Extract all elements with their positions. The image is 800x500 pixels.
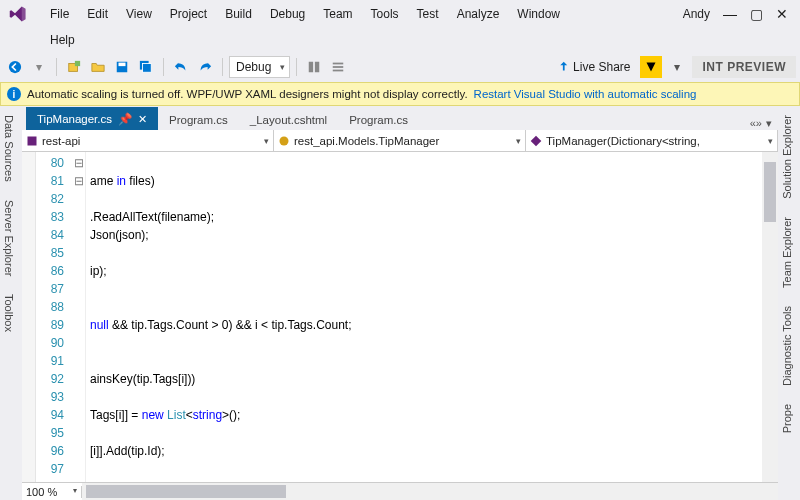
save-button[interactable]	[111, 56, 133, 78]
nav-type-combo[interactable]: rest_api.Models.TipManager	[274, 130, 526, 151]
close-icon[interactable]: ✕	[138, 113, 147, 126]
svg-rect-4	[119, 63, 126, 67]
tab-diagnostic-tools[interactable]: Diagnostic Tools	[778, 297, 800, 395]
outline-margin[interactable]: ⊟⊟	[72, 152, 86, 482]
tab-menu-button[interactable]: ▾	[766, 117, 772, 130]
new-project-button[interactable]	[63, 56, 85, 78]
svg-rect-7	[309, 62, 313, 73]
nav-scope-combo[interactable]: rest-api	[22, 130, 274, 151]
tab-data-sources[interactable]: Data Sources	[0, 106, 22, 191]
doc-tab-label: TipManager.cs	[37, 113, 112, 125]
hscroll-thumb[interactable]	[86, 485, 286, 498]
line-numbers: 8081828384858687888990919293949596979899	[36, 152, 72, 482]
nav-fwd-button[interactable]: ▾	[28, 56, 50, 78]
menu-help[interactable]: Help	[42, 29, 83, 51]
menu-edit[interactable]: Edit	[79, 3, 116, 25]
breakpoint-margin[interactable]	[22, 152, 36, 482]
svg-rect-10	[333, 66, 344, 68]
svg-rect-14	[531, 135, 542, 146]
close-button[interactable]: ✕	[772, 4, 792, 24]
horizontal-scrollbar[interactable]	[82, 483, 778, 500]
vertical-scrollbar[interactable]	[762, 152, 778, 482]
method-icon	[530, 135, 542, 147]
tab-solution-explorer[interactable]: Solution Explorer	[778, 106, 800, 208]
live-share-label: Live Share	[573, 60, 630, 74]
doc-tab-layout[interactable]: _Layout.cshtml	[239, 109, 338, 130]
code-text[interactable]: ame in files) .ReadAllText(filename);Jso…	[86, 152, 762, 482]
tab-overflow-button[interactable]: «»	[750, 117, 762, 130]
minimize-button[interactable]: —	[720, 4, 740, 24]
document-tabs: TipManager.cs 📌 ✕ Program.cs _Layout.csh…	[22, 106, 778, 130]
class-icon	[278, 135, 290, 147]
menu-team[interactable]: Team	[315, 3, 360, 25]
doc-tab-tipmanager[interactable]: TipManager.cs 📌 ✕	[26, 107, 158, 130]
doc-tab-label: Program.cs	[349, 114, 408, 126]
toolbar: ▾ Debug Live Share ▾ INT PREVIEW	[0, 52, 800, 82]
extra-btn-2[interactable]	[327, 56, 349, 78]
nav-bar: rest-api rest_api.Models.TipManager TipM…	[22, 130, 778, 152]
maximize-button[interactable]: ▢	[746, 4, 766, 24]
config-label: Debug	[236, 60, 271, 74]
svg-point-13	[280, 136, 289, 145]
main-area: Data Sources Server Explorer Toolbox Tip…	[0, 106, 800, 500]
preview-options-button[interactable]: ▾	[666, 56, 688, 78]
info-bar: i Automatic scaling is turned off. WPF/U…	[0, 82, 800, 106]
menu-window[interactable]: Window	[509, 3, 568, 25]
svg-rect-12	[28, 136, 37, 145]
tab-team-explorer[interactable]: Team Explorer	[778, 208, 800, 297]
info-link[interactable]: Restart Visual Studio with automatic sca…	[474, 88, 697, 100]
nav-back-button[interactable]	[4, 56, 26, 78]
save-all-button[interactable]	[135, 56, 157, 78]
menu-debug[interactable]: Debug	[262, 3, 313, 25]
share-icon	[555, 60, 569, 74]
doc-tab-label: Program.cs	[169, 114, 228, 126]
menu-project[interactable]: Project	[162, 3, 215, 25]
menu-view[interactable]: View	[118, 3, 160, 25]
nav-member-combo[interactable]: TipManager(Dictionary<string,	[526, 130, 778, 151]
vscroll-thumb[interactable]	[764, 162, 776, 222]
svg-rect-6	[143, 64, 152, 73]
vs-logo	[4, 0, 32, 28]
extra-btn-1[interactable]	[303, 56, 325, 78]
nav-member-label: TipManager(Dictionary<string,	[546, 135, 700, 147]
undo-button[interactable]	[170, 56, 192, 78]
tab-toolbox[interactable]: Toolbox	[0, 285, 22, 341]
code-editor[interactable]: 8081828384858687888990919293949596979899…	[22, 152, 778, 482]
info-text: Automatic scaling is turned off. WPF/UWP…	[27, 88, 468, 100]
menu-analyze[interactable]: Analyze	[449, 3, 508, 25]
hscroll-row: 100 %	[22, 482, 778, 500]
doc-tab-label: _Layout.cshtml	[250, 114, 327, 126]
tab-server-explorer[interactable]: Server Explorer	[0, 191, 22, 285]
live-share-button[interactable]: Live Share	[549, 58, 636, 76]
doc-tab-program1[interactable]: Program.cs	[158, 109, 239, 130]
project-icon	[26, 135, 38, 147]
svg-rect-11	[333, 70, 344, 72]
svg-point-0	[9, 61, 21, 73]
doc-tab-program2[interactable]: Program.cs	[338, 109, 419, 130]
left-tool-strip: Data Sources Server Explorer Toolbox	[0, 106, 22, 500]
user-name[interactable]: Andy	[679, 7, 714, 21]
config-combo[interactable]: Debug	[229, 56, 290, 78]
zoom-combo[interactable]: 100 %	[22, 486, 82, 498]
open-button[interactable]	[87, 56, 109, 78]
tab-properties[interactable]: Prope	[778, 395, 800, 442]
right-tool-strip: Solution Explorer Team Explorer Diagnost…	[778, 106, 800, 500]
menu-test[interactable]: Test	[409, 3, 447, 25]
menu-file[interactable]: File	[42, 3, 77, 25]
pin-icon[interactable]: 📌	[118, 112, 132, 126]
menu-build[interactable]: Build	[217, 3, 260, 25]
menu-bar: File Edit View Project Build Debug Team …	[0, 0, 800, 28]
svg-rect-9	[333, 63, 344, 65]
menu-bar-row2: Help	[0, 28, 800, 52]
nav-type-label: rest_api.Models.TipManager	[294, 135, 439, 147]
menu-tools[interactable]: Tools	[363, 3, 407, 25]
redo-button[interactable]	[194, 56, 216, 78]
int-preview-badge: INT PREVIEW	[692, 56, 796, 78]
svg-rect-8	[315, 62, 319, 73]
menu-items: File Edit View Project Build Debug Team …	[42, 3, 568, 25]
info-icon: i	[7, 87, 21, 101]
zoom-label: 100 %	[26, 486, 57, 498]
preview-feedback-button[interactable]	[640, 56, 662, 78]
editor-area: TipManager.cs 📌 ✕ Program.cs _Layout.csh…	[22, 106, 778, 500]
svg-rect-2	[75, 61, 80, 66]
